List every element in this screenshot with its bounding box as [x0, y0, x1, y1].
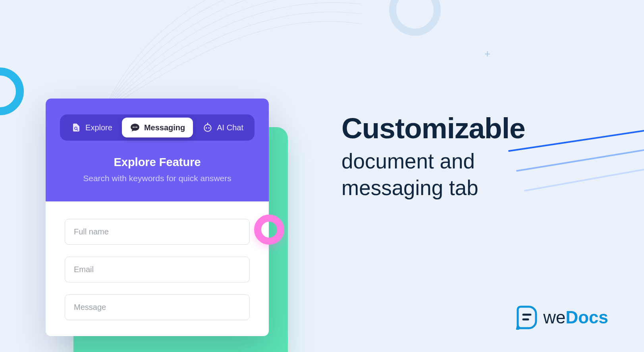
decor-arc-lines — [103, 0, 361, 111]
chat-icon — [130, 122, 140, 133]
decor-pink-ring — [254, 215, 284, 245]
tab-ai-chat-label: AI Chat — [217, 123, 243, 132]
email-input[interactable] — [65, 257, 250, 282]
explore-icon — [71, 122, 81, 133]
full-name-input[interactable] — [65, 219, 250, 245]
widget-body — [46, 201, 269, 336]
svg-point-8 — [204, 124, 211, 131]
svg-point-5 — [133, 126, 134, 128]
brand-mark-icon — [516, 305, 538, 330]
decor-ring-top — [389, 0, 441, 36]
widget-title: Explore Feature — [58, 156, 257, 169]
decor-ring-left — [0, 68, 24, 115]
robot-icon — [202, 122, 213, 133]
widget-subtitle: Search with keywords for quick answers — [58, 174, 257, 183]
svg-point-10 — [208, 127, 210, 128]
decor-plus-icon: + — [484, 48, 490, 60]
widget-tabbar: Explore Messaging — [60, 114, 255, 141]
svg-point-9 — [206, 127, 207, 128]
svg-point-12 — [207, 123, 208, 124]
brand-name: weDocs — [543, 308, 608, 327]
tab-explore-label: Explore — [85, 123, 112, 132]
headline-line-2: document and — [341, 148, 588, 175]
tab-ai-chat[interactable]: AI Chat — [195, 118, 251, 137]
svg-point-7 — [136, 126, 137, 128]
marketing-headline: Customizable document and messaging tab — [341, 113, 588, 201]
svg-point-6 — [134, 126, 135, 128]
messaging-widget: Explore Messaging — [46, 99, 269, 336]
headline-line-3: messaging tab — [341, 174, 588, 201]
brand-logo: weDocs — [516, 305, 608, 330]
message-input[interactable] — [65, 294, 250, 320]
brand-suffix: Docs — [565, 308, 608, 327]
tab-messaging[interactable]: Messaging — [122, 118, 193, 137]
tab-messaging-label: Messaging — [144, 123, 185, 132]
widget-header: Explore Messaging — [46, 99, 269, 201]
tab-explore[interactable]: Explore — [63, 118, 120, 137]
brand-prefix: we — [543, 308, 565, 327]
headline-bold: Customizable — [341, 113, 588, 144]
